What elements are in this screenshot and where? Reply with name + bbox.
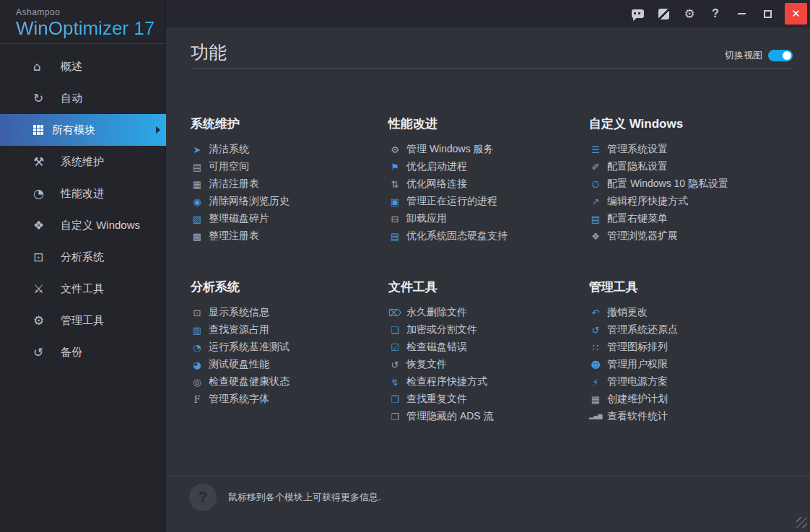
module-item-label: 配置 Windows 10 隐私设置 <box>607 178 728 191</box>
module-item[interactable]: ◕测试硬盘性能 <box>191 356 380 373</box>
win10-privacy-icon: ∅ <box>589 180 602 189</box>
module-item[interactable]: ⊟卸载应用 <box>388 210 578 227</box>
module-item[interactable]: ↶撤销更改 <box>589 304 778 321</box>
startup-tuner-icon: ⚑ <box>388 162 401 172</box>
module-item[interactable]: ▥查找资源占用 <box>191 321 380 339</box>
module-item[interactable]: ▩整理注册表 <box>191 227 380 245</box>
module-group-4: 分析系统⊡显示系统信息▥查找资源占用◔运行系统基准测试◕测试硬盘性能◎检查硬盘健… <box>191 279 380 408</box>
minimize-button[interactable] <box>728 0 754 27</box>
module-item[interactable]: ▤可用空间 <box>191 158 380 175</box>
sidebar-item-8[interactable]: ⚔文件工具 <box>0 273 166 305</box>
backup-icon: ↺ <box>33 345 52 359</box>
group-title: 自定义 Windows <box>589 115 778 132</box>
footer-hint-bar: ? 鼠标移到各个模块上可获得更多信息. <box>189 484 381 511</box>
encrypt-split-icon: ❏ <box>388 326 401 335</box>
feedback-icon <box>632 9 644 18</box>
module-group-3: 自定义 Windows☰管理系统设置✐配置隐私设置∅配置 Windows 10 … <box>589 115 778 245</box>
group-title: 文件工具 <box>388 279 578 295</box>
module-item[interactable]: ▦创建维护计划 <box>589 391 778 408</box>
maximize-button[interactable] <box>754 0 780 27</box>
module-item[interactable]: ▧整理磁盘碎片 <box>191 210 380 227</box>
module-item[interactable]: ☰管理系统设置 <box>589 141 778 158</box>
settings-button[interactable]: ⚙ <box>676 0 702 27</box>
question-mark-icon: ? <box>189 484 217 511</box>
windows-services-icon: ⚙ <box>388 145 401 154</box>
module-item[interactable]: F管理系统字体 <box>191 391 380 408</box>
module-item-label: 加密或分割文件 <box>406 323 477 336</box>
sidebar-item-3[interactable]: 所有模块 <box>0 114 166 146</box>
module-item-label: 可用空间 <box>209 160 249 173</box>
resource-usage-icon: ▥ <box>191 326 204 335</box>
module-item[interactable]: ☑检查磁盘错误 <box>388 339 578 356</box>
edit-shortcuts-icon: ↗ <box>589 197 602 206</box>
module-item[interactable]: ▂▄▆查看软件统计 <box>589 408 778 425</box>
group-title: 性能改进 <box>388 115 578 132</box>
module-item-label: 优化系统固态硬盘支持 <box>406 230 508 243</box>
sidebar-item-4[interactable]: ⚒系统维护 <box>0 146 166 178</box>
disk-health-icon: ◎ <box>191 378 204 387</box>
module-item[interactable]: ✐配置隐私设置 <box>589 158 778 175</box>
module-item[interactable]: ↯检查程序快捷方式 <box>388 373 578 391</box>
module-item[interactable]: ▣管理正在运行的进程 <box>388 193 578 210</box>
module-item[interactable]: ∅配置 Windows 10 隐私设置 <box>589 175 778 193</box>
module-item[interactable]: ↗编辑程序快捷方式 <box>589 193 778 210</box>
module-item[interactable]: ⌦永久删除文件 <box>388 304 578 321</box>
module-item[interactable]: ↺恢复文件 <box>388 356 578 373</box>
module-item-label: 管理系统字体 <box>209 393 269 406</box>
sidebar-item-7[interactable]: ⊡分析系统 <box>0 241 166 273</box>
module-item[interactable]: ◉清除网络浏览历史 <box>191 193 380 210</box>
module-item[interactable]: ❐查找重复文件 <box>388 391 578 408</box>
view-toggle-switch[interactable] <box>768 50 793 61</box>
close-button[interactable]: ✕ <box>785 3 807 25</box>
resize-grip[interactable] <box>796 517 807 528</box>
analyze-system-icon: ⊡ <box>33 250 52 264</box>
module-item[interactable]: ⚑优化启动进程 <box>388 158 578 175</box>
module-group-5: 文件工具⌦永久删除文件❏加密或分割文件☑检查磁盘错误↺恢复文件↯检查程序快捷方式… <box>388 279 578 425</box>
selected-arrow-icon <box>156 126 160 134</box>
maintenance-schedule-icon: ▦ <box>589 395 602 404</box>
feedback-button[interactable] <box>624 0 650 27</box>
module-item[interactable]: ⊡显示系统信息 <box>191 304 380 321</box>
sidebar-item-label: 概述 <box>61 60 82 74</box>
software-statistics-icon: ▂▄▆ <box>589 414 602 419</box>
customize-windows-icon: ❖ <box>33 218 52 232</box>
winoptimizer-window: { "brand": { "line1": "Ashampoo", "line2… <box>0 0 810 532</box>
module-item[interactable]: ⚙管理 Windows 服务 <box>388 141 578 158</box>
module-item-label: 管理电源方案 <box>607 375 668 388</box>
module-item[interactable]: ❒管理隐藏的 ADS 流 <box>388 408 578 425</box>
help-icon: ? <box>712 7 719 20</box>
ssd-support-icon: ▤ <box>388 232 401 241</box>
module-item[interactable]: ☻管理用户权限 <box>589 356 778 373</box>
sidebar-item-9[interactable]: ⚙管理工具 <box>0 305 166 336</box>
module-item[interactable]: ❏加密或分割文件 <box>388 321 578 339</box>
module-item[interactable]: ◎检查硬盘健康状态 <box>191 373 380 391</box>
module-item[interactable]: ▤配置右键菜单 <box>589 210 778 227</box>
module-item[interactable]: ↺管理系统还原点 <box>589 321 778 339</box>
module-item-label: 查看软件统计 <box>607 410 668 423</box>
module-item[interactable]: ⇅优化网络连接 <box>388 175 578 193</box>
module-item-label: 整理注册表 <box>209 230 259 243</box>
free-space-icon: ▤ <box>191 162 204 172</box>
help-button[interactable]: ? <box>702 0 728 27</box>
module-item[interactable]: ∷管理图标排列 <box>589 339 778 356</box>
module-item[interactable]: ➤清洁系统 <box>191 141 380 158</box>
module-item[interactable]: ❖管理浏览器扩展 <box>589 227 778 245</box>
file-wiper-icon: ⌦ <box>388 308 401 318</box>
sidebar-item-2[interactable]: ↻自动 <box>0 82 166 114</box>
module-item-label: 恢复文件 <box>406 358 447 371</box>
sidebar-item-6[interactable]: ❖自定义 Windows <box>0 209 166 241</box>
module-item[interactable]: ⚡管理电源方案 <box>589 373 778 391</box>
sidebar-item-10[interactable]: ↺备份 <box>0 336 166 368</box>
module-item[interactable]: ▤优化系统固态硬盘支持 <box>388 227 578 245</box>
module-item[interactable]: ◔运行系统基准测试 <box>191 339 380 356</box>
news-button[interactable] <box>650 0 676 27</box>
view-toggle-group: 切换视图 <box>725 49 793 62</box>
titlebar: ⚙ ? ✕ <box>166 0 810 27</box>
module-item[interactable]: ▦清洁注册表 <box>191 175 380 193</box>
module-item-label: 管理 Windows 服务 <box>406 143 494 156</box>
sidebar-item-label: 系统维护 <box>61 155 104 169</box>
module-item-label: 检查硬盘健康状态 <box>209 375 289 388</box>
sidebar-item-1[interactable]: ⌂概述 <box>0 51 166 82</box>
sidebar-item-5[interactable]: ◔性能改进 <box>0 178 166 209</box>
sidebar-item-label: 性能改进 <box>61 187 104 201</box>
